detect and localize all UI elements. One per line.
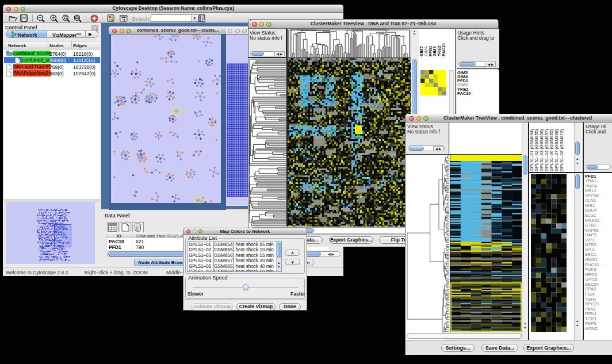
svg-text:GPL51–07 (GSM868): GPL51–07 (GSM868) (554, 129, 559, 171)
svg-text:PAC10: PAC10 (441, 43, 446, 56)
svg-text:GPL51–08 (GSM872): GPL51–08 (GSM872) (559, 129, 564, 171)
svg-text:GPL51–06 (GSM865): GPL51–06 (GSM865) (549, 129, 554, 171)
svg-text:GPL51–04 (GSM857): GPL51–04 (GSM857) (544, 129, 549, 171)
svg-text:GPL51–02 (GSM855): GPL51–02 (GSM855) (534, 129, 539, 171)
svg-text:GPL51–03 (GSM856): GPL51–03 (GSM856) (539, 129, 544, 171)
